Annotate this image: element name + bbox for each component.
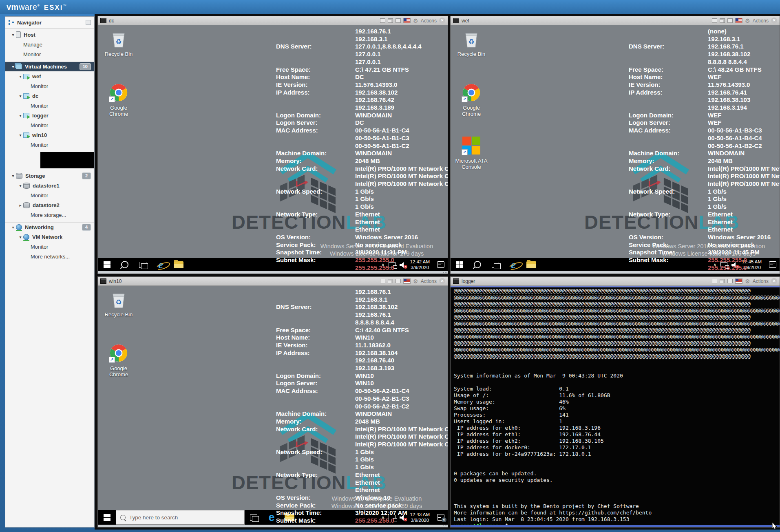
internet-explorer-button[interactable]: e [504, 258, 522, 271]
desktop-icon-recycle[interactable]: ♻Recycle Bin [454, 29, 489, 57]
sidebar-item-virtual-machines[interactable]: ▾Virtual Machines10 [5, 62, 94, 71]
popout-icon[interactable] [388, 279, 393, 283]
sidebar-item-host[interactable]: ▾Host [5, 30, 94, 40]
search-button[interactable] [468, 258, 486, 271]
google-chrome-icon: ↗ [109, 344, 128, 362]
actions-gear-icon[interactable]: ⚙ [745, 18, 750, 24]
maximize-icon[interactable] [727, 18, 733, 23]
bginfo-row: MAC Address:00-50-56-A1-B1-C400-50-56-A1… [276, 127, 448, 150]
task-view-button[interactable] [134, 258, 152, 271]
keyboard-layout-flag-icon[interactable] [403, 278, 411, 284]
task-view-button[interactable] [486, 258, 504, 271]
sidebar-item-wef[interactable]: ▾wef [5, 71, 94, 81]
close-icon[interactable]: ✕ [439, 18, 445, 24]
desktop-icon-chrome[interactable]: ↗Google Chrome [454, 83, 489, 117]
sidebar-item-manage[interactable]: Manage [5, 40, 94, 49]
caret-down-icon[interactable]: ▾ [18, 183, 23, 188]
restore-icon[interactable] [712, 18, 717, 23]
caret-down-icon[interactable]: ▾ [18, 235, 23, 239]
caret-down-icon[interactable]: ▾ [18, 94, 23, 98]
desktop-icon-chrome[interactable]: ↗Google Chrome [101, 344, 136, 377]
vm-desktop-dc[interactable]: DETECTIONLAB♻Recycle Bin↗Google Chrome19… [98, 25, 448, 271]
popout-icon[interactable] [388, 18, 393, 23]
panel-expand-icon[interactable] [86, 20, 91, 25]
sidebar-item-monitor[interactable]: Monitor [5, 140, 94, 150]
close-icon[interactable]: ✕ [439, 278, 445, 284]
close-icon[interactable]: ✕ [771, 278, 777, 284]
search-button[interactable] [116, 258, 134, 271]
sidebar-item-monitor[interactable]: Monitor [5, 120, 94, 130]
bginfo-row: Network Type:EthernetEthernetEthernet [276, 471, 448, 494]
sidebar-item-monitor[interactable]: Monitor [5, 81, 94, 91]
popout-icon[interactable] [720, 279, 725, 283]
vm-terminal-logger[interactable]: @@@@@@@@@@@@@@@@@@@@@@@@@@@@@@@@@@@@@@@@… [451, 286, 780, 527]
popout-icon[interactable] [720, 18, 725, 23]
start-button[interactable] [98, 510, 116, 525]
desktop-icon-recycle[interactable]: ♻Recycle Bin [101, 290, 136, 318]
sidebar-item-datastore2[interactable]: ▸datastore2 [5, 200, 94, 210]
sidebar-item-monitor[interactable]: Monitor [5, 49, 94, 59]
sidebar-item-more-networks-[interactable]: More networks... [5, 252, 94, 261]
task-view-button[interactable] [245, 510, 263, 525]
actions-button[interactable]: Actions [753, 18, 769, 24]
close-icon[interactable]: ✕ [771, 18, 777, 24]
vm-desktop-wef[interactable]: DETECTIONLAB♻Recycle Bin↗Google Chrome↗M… [451, 25, 780, 271]
caret-down-icon[interactable]: ▾ [18, 74, 23, 79]
window-titlebar[interactable]: dc ⚙ Actions ✕ [98, 16, 448, 25]
caret-right-icon[interactable]: ▸ [18, 203, 23, 208]
actions-gear-icon[interactable]: ⚙ [413, 278, 418, 284]
sidebar-item-dc[interactable]: ▾dc [5, 91, 94, 101]
actions-button[interactable]: Actions [753, 278, 769, 284]
bginfo-label: MAC Address: [276, 127, 318, 135]
maximize-icon[interactable] [727, 279, 733, 283]
caret-down-icon[interactable]: ▾ [18, 133, 23, 137]
bginfo-row: DNS Server:127.0.0.1,8.8.8.8,4.4.4.4127.… [276, 43, 448, 66]
taskbar-search-input[interactable]: Type here to search [116, 510, 245, 525]
keyboard-layout-flag-icon[interactable] [735, 278, 742, 284]
restore-icon[interactable] [380, 279, 385, 283]
desktop-icon-chrome[interactable]: ↗Google Chrome [101, 83, 136, 117]
sidebar-item-networking[interactable]: ▾Networking4 [5, 222, 94, 232]
desktop-icon-ata[interactable]: ↗Microsoft ATA Console [454, 136, 489, 170]
sidebar-item-win10[interactable]: ▾win10 [5, 130, 94, 140]
start-button[interactable] [98, 258, 116, 271]
resize-grip[interactable] [443, 525, 447, 527]
caret-down-icon[interactable]: ▾ [10, 33, 16, 37]
caret-down-icon[interactable]: ▾ [10, 64, 16, 69]
restore-icon[interactable] [712, 279, 717, 283]
sidebar-item-storage[interactable]: ▾Storage2 [5, 171, 94, 181]
internet-explorer-button[interactable]: e [152, 258, 170, 271]
sidebar-item-more-storage-[interactable]: More storage... [5, 210, 94, 220]
desktop-icon-recycle[interactable]: ♻Recycle Bin [101, 29, 136, 57]
maximize-icon[interactable] [396, 279, 401, 283]
file-explorer-button[interactable] [170, 258, 188, 271]
start-button[interactable] [451, 258, 468, 271]
actions-button[interactable]: Actions [421, 278, 437, 284]
file-explorer-button[interactable] [522, 258, 540, 271]
sidebar-item-monitor[interactable]: Monitor [5, 190, 94, 200]
sidebar-item-logger[interactable]: ▾logger [5, 110, 94, 120]
caret-down-icon[interactable]: ▾ [18, 113, 23, 118]
restore-icon[interactable] [380, 18, 385, 23]
resize-grip[interactable] [443, 272, 447, 273]
vm-desktop-win10[interactable]: DETECTIONLAB♻Recycle Bin↗Google Chrome19… [98, 286, 448, 525]
caret-down-icon[interactable]: ▾ [10, 174, 16, 178]
actions-gear-icon[interactable]: ⚙ [413, 18, 418, 24]
caret-down-icon[interactable]: ▾ [10, 225, 16, 230]
maximize-icon[interactable] [396, 18, 401, 23]
keyboard-layout-flag-icon[interactable] [403, 18, 411, 23]
sidebar-item-monitor[interactable]: Monitor [5, 242, 94, 252]
sidebar-item-vm-network[interactable]: ▾VM Network [5, 232, 94, 242]
actions-gear-icon[interactable]: ⚙ [745, 278, 750, 284]
window-titlebar[interactable]: wef ⚙ Actions ✕ [451, 16, 780, 25]
keyboard-layout-flag-icon[interactable] [735, 18, 742, 23]
window-title: logger [462, 278, 475, 284]
sidebar-item-label: Monitor [31, 244, 48, 250]
window-titlebar[interactable]: win10 ⚙ Actions ✕ [98, 277, 448, 286]
sidebar-item-monitor[interactable]: Monitor [5, 101, 94, 110]
esxi-topbar: vmware®ESXi™ [0, 0, 780, 14]
actions-button[interactable]: Actions [421, 18, 437, 24]
sidebar-item-datastore1[interactable]: ▾datastore1 [5, 181, 94, 190]
window-titlebar[interactable]: logger ⚙ Actions ✕ [451, 277, 780, 286]
start-button-icon [456, 261, 463, 268]
